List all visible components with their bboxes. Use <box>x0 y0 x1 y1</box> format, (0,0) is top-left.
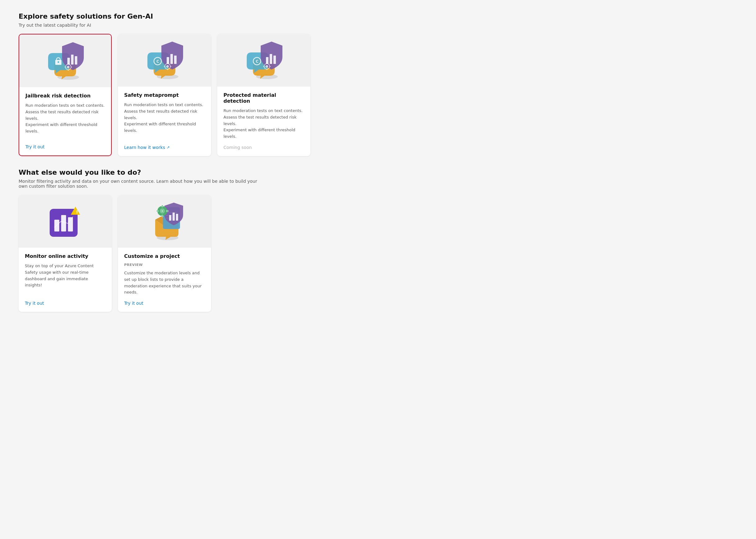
section2-desc: Monitor filtering activity and data on y… <box>19 179 267 189</box>
card-safety-image: C <box>118 34 211 87</box>
card-safety-action[interactable]: Learn how it works ↗ <box>124 145 205 150</box>
card-protected-title: Protected material detection <box>223 92 304 104</box>
svg-rect-39 <box>68 217 73 231</box>
svg-rect-16 <box>170 54 173 64</box>
svg-point-19 <box>166 65 169 68</box>
card-monitor-title: Monitor online activity <box>25 253 106 259</box>
protected-material-icon: C <box>242 40 285 80</box>
svg-point-7 <box>67 66 69 68</box>
svg-rect-54 <box>162 205 163 207</box>
section2-title: What else would you like to do? <box>19 169 737 176</box>
svg-rect-49 <box>176 214 178 221</box>
section-what-else: What else would you like to do? Monitor … <box>19 169 737 312</box>
customize-icon <box>141 201 188 241</box>
svg-rect-57 <box>166 210 168 212</box>
card-customize-action[interactable]: Try it out <box>124 301 205 306</box>
card-safety-desc: Run moderation tests on text contents. A… <box>124 102 205 140</box>
card-customize-body: Customize a project PREVIEW Customize th… <box>118 248 211 312</box>
svg-rect-47 <box>169 215 171 221</box>
svg-rect-56 <box>156 210 158 212</box>
svg-point-2 <box>58 61 59 63</box>
card-safety-title: Safety metaprompt <box>124 92 205 98</box>
card-jailbreak-desc: Run moderation tests on text contents. A… <box>26 103 105 139</box>
svg-rect-48 <box>173 212 175 221</box>
card-monitor-image: ! <box>19 195 112 248</box>
svg-rect-55 <box>162 215 163 217</box>
card-protected-body: Protected material detection Run moderat… <box>217 87 310 156</box>
svg-rect-4 <box>71 55 74 64</box>
card-jailbreak-image <box>19 35 111 87</box>
svg-text:!: ! <box>76 209 78 214</box>
card-protected-desc: Run moderation tests on text contents. A… <box>223 108 304 140</box>
card-monitor-action[interactable]: Try it out <box>25 301 106 306</box>
card-customize-title: Customize a project <box>124 253 205 259</box>
card-monitor-body: Monitor online activity Stay on top of y… <box>19 248 112 312</box>
svg-rect-29 <box>273 55 276 64</box>
card-protected-coming-soon: Coming soon <box>223 145 304 150</box>
card-jailbreak-body: Jailbreak risk detection Run moderation … <box>19 87 111 155</box>
card-safety-metaprompt[interactable]: C Safety metaprompt <box>118 34 211 156</box>
card-customize-image <box>118 195 211 248</box>
jailbreak-icon <box>43 40 87 81</box>
section1-cards-row: Jailbreak risk detection Run moderation … <box>19 34 737 156</box>
card-jailbreak-action[interactable]: Try it out <box>26 144 105 149</box>
section1-title: Explore safety solutions for Gen-AI <box>19 12 737 20</box>
svg-text:C: C <box>156 59 159 64</box>
card-customize-desc: Customize the moderation levels and set … <box>124 270 205 296</box>
svg-point-53 <box>161 210 163 212</box>
card-monitor[interactable]: ! Monitor online activity Stay on top of… <box>19 195 112 312</box>
svg-rect-38 <box>61 215 66 231</box>
svg-text:C: C <box>256 59 259 64</box>
svg-rect-5 <box>75 56 77 64</box>
monitor-icon: ! <box>43 201 87 241</box>
card-jailbreak[interactable]: Jailbreak risk detection Run moderation … <box>19 34 112 156</box>
section1-subtitle: Try out the latest capability for AI <box>19 23 737 28</box>
svg-rect-28 <box>270 54 272 64</box>
card-protected-material: C Protected material detection Run moder <box>217 34 310 156</box>
svg-rect-17 <box>174 55 177 64</box>
card-monitor-desc: Stay on top of your Azure Content Safety… <box>25 263 106 296</box>
card-customize[interactable]: Customize a project PREVIEW Customize th… <box>118 195 211 312</box>
card-customize-preview: PREVIEW <box>124 263 205 267</box>
card-jailbreak-title: Jailbreak risk detection <box>26 93 105 99</box>
section-gen-ai-safety: Explore safety solutions for Gen-AI Try … <box>19 12 737 156</box>
svg-point-31 <box>265 65 268 68</box>
card-protected-image: C <box>217 34 310 87</box>
safety-metaprompt-icon: C <box>143 40 186 80</box>
card-safety-body: Safety metaprompt Run moderation tests o… <box>118 87 211 156</box>
external-link-icon: ↗ <box>167 145 170 150</box>
section2-cards-row: ! Monitor online activity Stay on top of… <box>19 195 737 312</box>
